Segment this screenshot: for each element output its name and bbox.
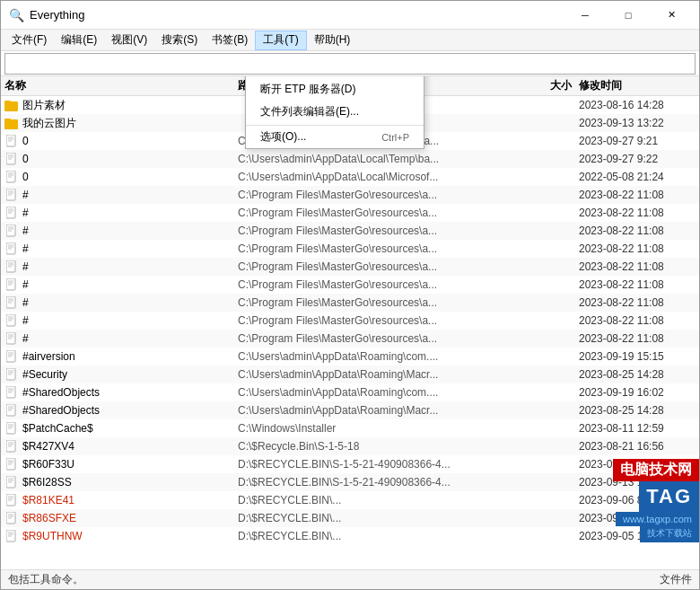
file-date: 2023-08-11 12:59 bbox=[579, 422, 696, 435]
file-path: D:\$RECYCLE.BIN\S-1-5-21-490908366-4... bbox=[238, 476, 525, 489]
file-name: # bbox=[22, 225, 238, 237]
file-name: # bbox=[22, 332, 238, 345]
file-path: C:\Program Files\MasterGo\resources\a... bbox=[238, 189, 525, 201]
file-path: D:\$RECYCLE.BIN\... bbox=[238, 494, 525, 506]
file-name: # bbox=[22, 242, 238, 255]
file-path: C:\Users\admin\AppData\Roaming\com.... bbox=[238, 350, 525, 363]
menu-file-list-editor[interactable]: 文件列表编辑器(E)... bbox=[246, 101, 424, 123]
file-path: C:\Program Files\MasterGo\resources\a... bbox=[238, 242, 525, 255]
table-row[interactable]: #C:\Program Files\MasterGo\resources\a..… bbox=[1, 258, 699, 276]
menu-view[interactable]: 视图(V) bbox=[104, 31, 154, 50]
table-row[interactable]: 0C:\Users\admin\AppData\Local\Microsof..… bbox=[1, 168, 699, 186]
file-date: 2023-09-05 14:43 bbox=[579, 458, 696, 471]
menu-disconnect-etp[interactable]: 断开 ETP 服务器(D) bbox=[246, 78, 424, 101]
menu-edit[interactable]: 编辑(E) bbox=[54, 31, 104, 50]
menu-file[interactable]: 文件(F) bbox=[4, 31, 54, 50]
file-name: # bbox=[22, 189, 238, 201]
table-row[interactable]: #C:\Program Files\MasterGo\resources\a..… bbox=[1, 276, 699, 294]
svg-rect-92 bbox=[6, 530, 15, 542]
file-name: #SharedObjects bbox=[22, 404, 238, 417]
file-date: 2022-05-08 21:24 bbox=[579, 171, 696, 183]
minimize-button[interactable]: ─ bbox=[564, 2, 606, 29]
file-name: 图片素材 bbox=[22, 98, 238, 113]
svg-rect-20 bbox=[6, 207, 15, 218]
menu-help[interactable]: 帮助(H) bbox=[307, 31, 358, 50]
file-name: # bbox=[22, 314, 238, 327]
table-row[interactable]: #C:\Program Files\MasterGo\resources\a..… bbox=[1, 204, 699, 222]
table-row[interactable]: #C:\Program Files\MasterGo\resources\a..… bbox=[1, 312, 699, 330]
table-row[interactable]: #C:\Program Files\MasterGo\resources\a..… bbox=[1, 294, 699, 312]
svg-rect-16 bbox=[6, 189, 15, 200]
table-row[interactable]: #SecurityC:\Users\admin\AppData\Roaming\… bbox=[1, 365, 699, 383]
file-name: # bbox=[22, 207, 238, 219]
statusbar-left: 包括工具命令。 bbox=[8, 572, 83, 587]
menu-bookmark[interactable]: 书签(B) bbox=[205, 31, 255, 50]
file-path: C:\Program Files\MasterGo\resources\a... bbox=[238, 278, 525, 291]
window-controls: ─ □ ✕ bbox=[564, 2, 692, 29]
file-icon bbox=[4, 170, 19, 184]
table-row[interactable]: $R6I28SSD:\$RECYCLE.BIN\S-1-5-21-4909083… bbox=[1, 473, 699, 491]
file-icon bbox=[4, 206, 19, 220]
table-row[interactable]: #SharedObjectsC:\Users\admin\AppData\Roa… bbox=[1, 401, 699, 419]
menu-options[interactable]: 选项(O)... Ctrl+P bbox=[246, 125, 424, 148]
file-name: $R6I28SS bbox=[22, 476, 238, 489]
table-row[interactable]: $R81KE41D:\$RECYCLE.BIN\...2023-09-06 8:… bbox=[1, 491, 699, 509]
table-row[interactable]: $R86SFXED:\$RECYCLE.BIN\...2023-09-06 8:… bbox=[1, 509, 699, 527]
svg-rect-1 bbox=[4, 101, 11, 103]
svg-rect-4 bbox=[6, 135, 15, 146]
table-row[interactable]: #C:\Program Files\MasterGo\resources\a..… bbox=[1, 330, 699, 348]
svg-rect-36 bbox=[6, 278, 15, 290]
svg-rect-3 bbox=[4, 119, 11, 121]
file-name: #SharedObjects bbox=[22, 386, 238, 399]
file-path: C:\Users\admin\AppData\Local\Microsof... bbox=[238, 171, 525, 183]
file-icon bbox=[4, 511, 19, 525]
file-path: C:\Windows\Installer bbox=[238, 422, 525, 435]
file-name: 0 bbox=[22, 171, 238, 183]
svg-rect-72 bbox=[6, 440, 15, 452]
file-name: $R9UTHNW bbox=[22, 530, 238, 542]
file-name: # bbox=[22, 260, 238, 273]
table-row[interactable]: $PatchCache$C:\Windows\Installer2023-08-… bbox=[1, 419, 699, 437]
svg-rect-40 bbox=[6, 296, 15, 308]
svg-rect-76 bbox=[6, 458, 15, 470]
file-date: 2023-09-13 13:22 bbox=[579, 117, 696, 129]
menu-search[interactable]: 搜索(S) bbox=[154, 31, 205, 50]
file-name: 我的云图片 bbox=[22, 116, 238, 131]
file-date: 2023-08-22 11:08 bbox=[579, 332, 696, 345]
file-icon bbox=[4, 152, 19, 166]
table-row[interactable]: #C:\Program Files\MasterGo\resources\a..… bbox=[1, 186, 699, 204]
col-size-header: 大小 bbox=[525, 78, 579, 93]
searchbar bbox=[1, 51, 699, 76]
file-path: C:\Users\admin\AppData\Roaming\Macr... bbox=[238, 404, 525, 417]
svg-rect-84 bbox=[6, 494, 15, 506]
file-date: 2023-08-22 11:08 bbox=[579, 242, 696, 255]
main-window: 🔍 Everything ─ □ ✕ 文件(F) 编辑(E) 视图(V) 搜索(… bbox=[0, 0, 700, 590]
menu-tools[interactable]: 工具(T) bbox=[255, 31, 306, 50]
table-row[interactable]: 0C:\Users\admin\AppData\Local\Temp\ba...… bbox=[1, 150, 699, 168]
maximize-button[interactable]: □ bbox=[608, 2, 649, 29]
file-name: $PatchCache$ bbox=[22, 422, 238, 435]
file-name: $R86SFXE bbox=[22, 512, 238, 524]
file-date: 2023-08-22 11:08 bbox=[579, 296, 696, 309]
file-icon bbox=[4, 475, 19, 489]
table-row[interactable]: $R9UTHNWD:\$RECYCLE.BIN\...2023-09-05 11… bbox=[1, 527, 699, 545]
search-input[interactable] bbox=[4, 53, 696, 75]
file-path: C:\Program Files\MasterGo\resources\a... bbox=[238, 314, 525, 327]
svg-rect-88 bbox=[6, 512, 15, 524]
svg-rect-32 bbox=[6, 260, 15, 272]
table-row[interactable]: $R60F33UD:\$RECYCLE.BIN\S-1-5-21-4909083… bbox=[1, 455, 699, 473]
file-name: #Security bbox=[22, 368, 238, 381]
file-name: $R60F33U bbox=[22, 458, 238, 471]
file-date: 2023-08-22 11:08 bbox=[579, 189, 696, 201]
close-button[interactable]: ✕ bbox=[651, 2, 692, 29]
file-path: C:\Users\admin\AppData\Roaming\com.... bbox=[238, 386, 525, 399]
table-row[interactable]: #airversionC:\Users\admin\AppData\Roamin… bbox=[1, 348, 699, 365]
table-row[interactable]: #SharedObjectsC:\Users\admin\AppData\Roa… bbox=[1, 383, 699, 401]
file-path: C:\Users\admin\AppData\Roaming\Macr... bbox=[238, 368, 525, 381]
file-date: 2023-09-05 11:... bbox=[579, 530, 696, 542]
svg-rect-52 bbox=[6, 350, 15, 362]
folder-icon bbox=[4, 98, 19, 112]
table-row[interactable]: #C:\Program Files\MasterGo\resources\a..… bbox=[1, 222, 699, 240]
table-row[interactable]: #C:\Program Files\MasterGo\resources\a..… bbox=[1, 240, 699, 258]
table-row[interactable]: $R427XV4C:\$Recycle.Bin\S-1-5-182023-08-… bbox=[1, 437, 699, 455]
